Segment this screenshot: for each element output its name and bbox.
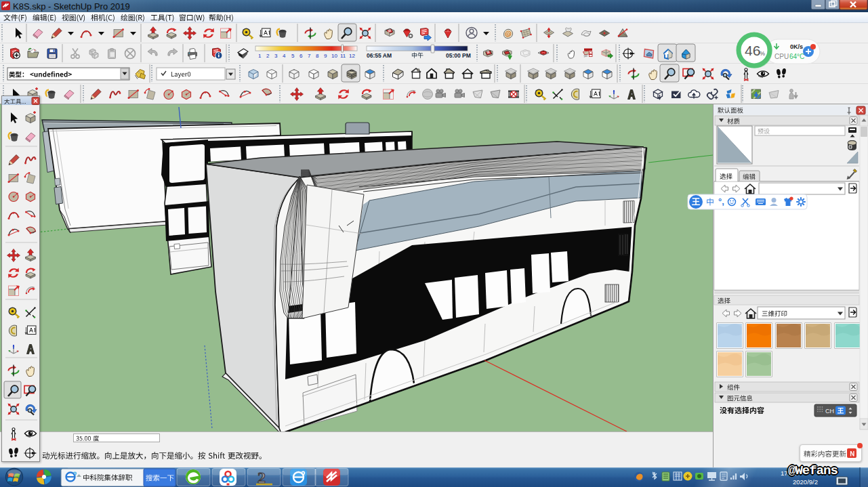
svg-text:5: 5	[291, 53, 295, 59]
svg-text:2: 2	[266, 53, 270, 59]
svg-text:°,: °,	[718, 196, 724, 207]
svg-text:9: 9	[324, 53, 327, 59]
svg-text:64°C: 64°C	[789, 53, 804, 60]
svg-text:12: 12	[349, 53, 355, 59]
svg-text:CH: CH	[825, 408, 834, 415]
svg-text:11: 11	[340, 53, 346, 59]
svg-text:CPU: CPU	[774, 53, 789, 60]
svg-text:2020/9/2: 2020/9/2	[793, 478, 818, 486]
svg-text:46: 46	[745, 43, 760, 58]
svg-text:%: %	[760, 50, 765, 57]
svg-text:8: 8	[316, 53, 319, 59]
svg-text:6: 6	[299, 53, 303, 59]
svg-text:3: 3	[274, 53, 278, 59]
svg-text:06:55 AM: 06:55 AM	[367, 52, 392, 59]
svg-text:10: 10	[331, 53, 337, 59]
svg-text:4: 4	[283, 53, 286, 59]
svg-text:7: 7	[308, 53, 311, 59]
svg-text:1: 1	[258, 53, 262, 59]
svg-text:0K/s: 0K/s	[790, 43, 803, 50]
svg-text:05:00 PM: 05:00 PM	[446, 52, 471, 59]
